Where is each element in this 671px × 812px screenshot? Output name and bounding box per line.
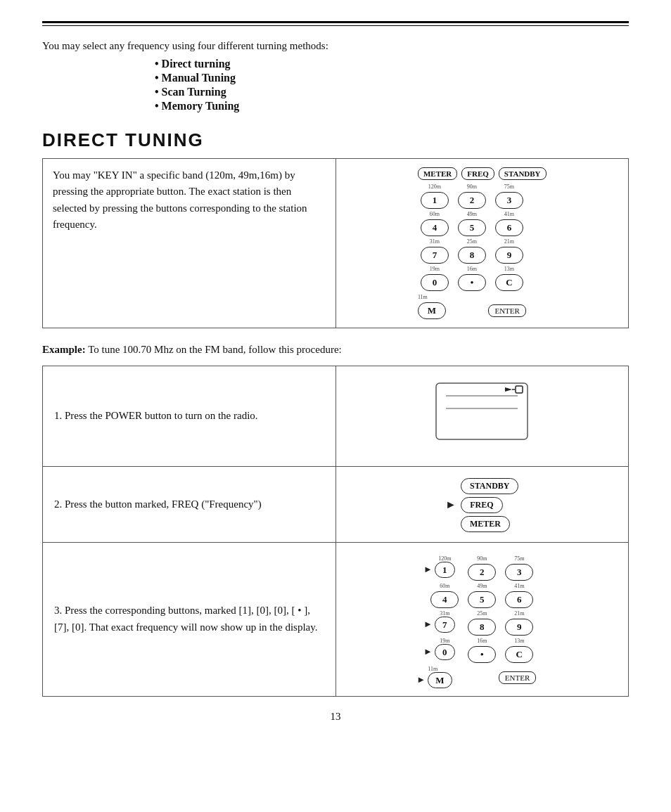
step-3-row: 3. Press the corresponding buttons, mark…	[43, 542, 629, 696]
meter-label: METER	[418, 167, 457, 180]
sfm-freq-arrow: ►	[445, 498, 456, 511]
step-1-desc: Press the POWER button to turn on the ra…	[65, 410, 258, 421]
s3-key-8-cell: 25m 8	[465, 610, 499, 636]
example-rest: To tune 100.70 Mhz on the FM band, follo…	[86, 344, 342, 355]
step-1-row: 1. Press the POWER button to turn on the…	[43, 366, 629, 467]
keypad-top-row: METER FREQ STANDBY	[418, 167, 547, 180]
power-diagram-svg	[422, 376, 542, 453]
standby-label: STANDBY	[499, 167, 547, 180]
step3-keypad: 120m ► 1 90m 2 75m	[428, 553, 536, 686]
keypad-bottom-row: 11m M ENTER	[418, 294, 526, 319]
key-3-cell: 75m 3	[492, 183, 526, 209]
s3-enter-cell: ENTER	[499, 671, 536, 686]
top-border-thin	[42, 25, 629, 26]
step-2-diagram-cell: STANDBY ► FREQ METER	[336, 467, 629, 543]
s3-key-2-cell: 90m 2	[465, 555, 499, 581]
enter-cell: ENTER	[488, 304, 525, 319]
arrow-m: ►	[416, 674, 426, 685]
key-m-cell: 11m M	[418, 294, 446, 319]
key-c-cell: 13m C	[492, 266, 526, 291]
bullet-item-3: Scan Turning	[155, 86, 629, 98]
key-5-cell: 49m 5	[455, 211, 489, 236]
freq-label: FREQ	[461, 167, 494, 180]
bullet-item-4: Memory Tuning	[155, 100, 629, 112]
arrow-1: ►	[423, 564, 433, 575]
step-1-diagram-cell	[336, 366, 629, 467]
direct-tuning-table: You may "KEY IN" a specific band (120m, …	[42, 158, 629, 328]
key-4-cell: 60m 4	[418, 211, 452, 236]
step-1-number: 1.	[54, 410, 65, 421]
step-3-number: 3.	[54, 605, 65, 616]
key-8-cell: 25m 8	[455, 238, 489, 264]
step3-keypad-wrap: 120m ► 1 90m 2 75m	[428, 553, 536, 686]
bullet-list: Direct turning Manual Tuning Scan Turnin…	[155, 58, 629, 112]
step-3-diagram-cell: 120m ► 1 90m 2 75m	[336, 542, 629, 696]
keypad-grid: 120m 1 90m 2 75m 3 60m	[418, 183, 547, 291]
step-2-row: 2. Press the button marked, FREQ ("Frequ…	[43, 467, 629, 543]
sfm-standby: STANDBY	[461, 478, 518, 494]
top-border-thick	[42, 21, 629, 23]
step3-grid: 120m ► 1 90m 2 75m	[428, 555, 536, 663]
sfm-freq-row: ► FREQ	[445, 497, 503, 513]
standby-button: STANDBY	[499, 167, 547, 180]
key-2-cell: 90m 2	[455, 183, 489, 209]
key-1-cell: 120m 1	[418, 183, 452, 209]
s3-key-1-cell: 120m ► 1	[428, 555, 461, 581]
step-3-text-cell: 3. Press the corresponding buttons, mark…	[43, 542, 336, 696]
steps-table: 1. Press the POWER button to turn on the…	[42, 366, 629, 697]
s3-key-m-cell: 11m ► M	[428, 666, 452, 686]
key-7-cell: 31m 7	[418, 238, 452, 264]
key-0-cell: 19m 0	[418, 266, 452, 291]
sfm-meter-row: METER	[445, 516, 510, 532]
s3-key-5-cell: 49m 5	[465, 583, 499, 608]
s3-keypad-bottom: 11m ► M ENTER	[428, 666, 536, 686]
key-dot-cell: 16m •	[455, 266, 489, 291]
keypad-diagram-cell: METER FREQ STANDBY 120m	[336, 159, 629, 328]
s3-key-6-cell: 41m 6	[502, 583, 536, 608]
section-title: DIRECT TUNING	[42, 129, 629, 151]
bullet-item-1: Direct turning	[155, 58, 629, 70]
step-2-number: 2.	[54, 498, 65, 510]
svg-marker-4	[505, 387, 512, 392]
example-text: Example: To tune 100.70 Mhz on the FM ba…	[42, 344, 629, 356]
sfm-standby-row: STANDBY	[445, 478, 518, 494]
sfm-meter: METER	[461, 516, 510, 532]
sfm-diagram: STANDBY ► FREQ METER	[445, 478, 518, 532]
s3-key-dot-cell: 16m •	[465, 638, 499, 663]
step-2-text-cell: 2. Press the button marked, FREQ ("Frequ…	[43, 467, 336, 543]
bullet-item-2: Manual Tuning	[155, 72, 629, 84]
page-number: 13	[42, 711, 629, 723]
arrow-7: ►	[423, 619, 433, 630]
s3-key-3-cell: 75m 3	[502, 555, 536, 581]
step-3-desc: Press the corresponding buttons, marked …	[54, 605, 318, 632]
svg-rect-0	[436, 383, 528, 439]
direct-tuning-description: You may "KEY IN" a specific band (120m, …	[43, 159, 336, 328]
page: You may select any frequency using four …	[0, 0, 671, 812]
step-1-text-cell: 1. Press the POWER button to turn on the…	[43, 366, 336, 467]
s3-key-9-cell: 21m 9	[502, 610, 536, 636]
s3-key-0-cell: 19m ► 0	[428, 638, 461, 663]
s3-key-7-cell: 31m ► 7	[428, 610, 461, 636]
example-label: Example:	[42, 344, 86, 355]
keypad-diagram: METER FREQ STANDBY 120m	[418, 167, 547, 319]
key-6-cell: 41m 6	[492, 211, 526, 236]
sfm-freq: FREQ	[461, 497, 503, 513]
arrow-0: ►	[423, 646, 433, 657]
key-9-cell: 21m 9	[492, 238, 526, 264]
s3-key-4-cell: 60m 4	[428, 583, 461, 608]
meter-button: METER	[418, 167, 457, 180]
intro-text: You may select any frequency using four …	[42, 40, 629, 52]
freq-button: FREQ	[461, 167, 494, 180]
svg-rect-3	[516, 386, 523, 393]
s3-key-c-cell: 13m C	[502, 638, 536, 663]
step-2-desc: Press the button marked, FREQ ("Frequenc…	[65, 498, 262, 510]
